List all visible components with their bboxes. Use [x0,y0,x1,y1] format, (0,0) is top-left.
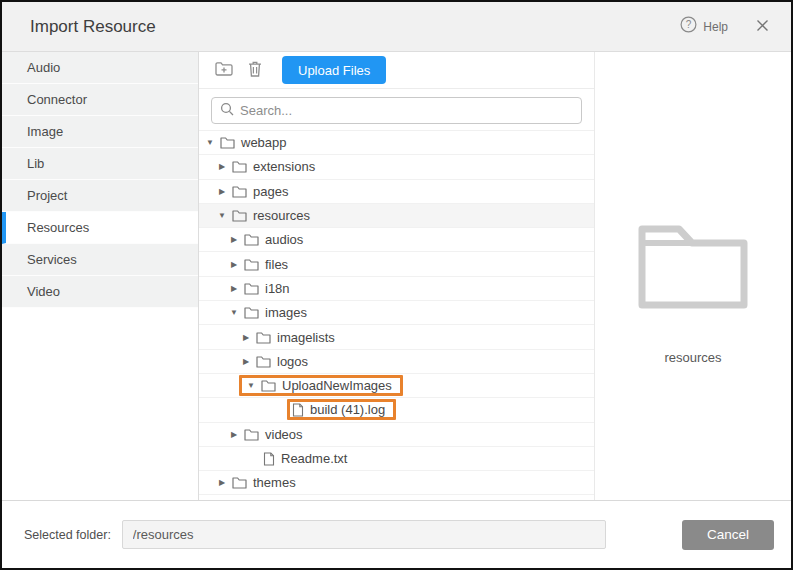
delete-icon [247,60,263,81]
sidebar-item-image[interactable]: Image [2,116,198,148]
search-icon [220,102,234,120]
folder-icon [232,160,247,173]
chevron-down-icon[interactable]: ▼ [215,211,229,220]
browser-toolbar: Upload Files [199,52,594,89]
preview-panel: resources [595,52,791,500]
search-input[interactable] [240,103,581,118]
chevron-down-icon[interactable]: ▼ [227,308,241,317]
tree-row-themes[interactable]: ▶themes [199,471,594,495]
tree-node: ▶videos [227,427,303,442]
tree-node: ▶themes [215,475,296,490]
close-button[interactable] [756,18,769,36]
dialog-footer: Selected folder: Cancel [2,500,791,568]
tree-item-label: extensions [253,159,315,174]
tree-item-label: build (41).log [310,402,385,417]
folder-icon [261,379,276,392]
svg-text:?: ? [686,19,692,30]
tree-item-label: webapp [241,135,287,150]
file-browser: Upload Files ▼webapp▶extensions▶pages▼re… [199,52,595,500]
chevron-right-icon[interactable]: ▶ [215,162,229,171]
chevron-right-icon[interactable]: ▶ [239,333,253,342]
tree-node: ▼resources [215,208,310,223]
tree-item-label: UploadNewImages [282,378,392,393]
tree-row-webapp[interactable]: ▼webapp [199,131,594,155]
sidebar-item-label: Project [27,188,67,203]
folder-icon [220,136,235,149]
tree-row-uploadnewimages[interactable]: ▼UploadNewImages [199,374,594,398]
sidebar-item-label: Image [27,124,63,139]
dialog-header: Import Resource ? Help [2,2,791,52]
tree-item-label: resources [253,208,310,223]
tree-node: ▶imagelists [239,330,335,345]
sidebar-item-video[interactable]: Video [2,276,198,308]
folder-icon [256,355,271,368]
tree-item-label: logos [277,354,308,369]
chevron-down-icon[interactable]: ▼ [244,381,258,390]
chevron-right-icon[interactable]: ▶ [227,430,241,439]
tree-row-pages[interactable]: ▶pages [199,180,594,204]
tree-row-i18n[interactable]: ▶i18n [199,277,594,301]
folder-icon [232,185,247,198]
tree-item-label: files [265,257,288,272]
tree-row-images[interactable]: ▼images [199,301,594,325]
tree-node: ▼webapp [203,135,287,150]
help-icon: ? [680,16,697,37]
tree-node: ▶extensions [215,159,315,174]
sidebar-item-connector[interactable]: Connector [2,84,198,116]
folder-icon [244,258,259,271]
category-sidebar: AudioConnectorImageLibProjectResourcesSe… [2,52,199,500]
help-button[interactable]: ? Help [680,16,728,37]
new-folder-button[interactable] [212,58,236,82]
tree-row-videos[interactable]: ▶videos [199,423,594,447]
tree-row-logos[interactable]: ▶logos [199,350,594,374]
sidebar-item-resources[interactable]: Resources [2,212,198,244]
folder-icon [244,282,259,295]
file-icon [292,403,304,417]
import-resource-dialog: Import Resource ? Help AudioConnectorIma… [0,0,793,570]
tree-node: ▼images [227,305,307,320]
tree-row-files[interactable]: ▶files [199,252,594,276]
chevron-right-icon[interactable]: ▶ [215,478,229,487]
dialog-body: AudioConnectorImageLibProjectResourcesSe… [2,52,791,500]
tree-item-label: imagelists [277,330,335,345]
tree-node: ▶pages [215,184,288,199]
tree-node: Readme.txt [263,451,347,466]
tree-node: ▶i18n [227,281,290,296]
tree-row-build-41-log[interactable]: build (41).log [199,398,594,422]
sidebar-item-services[interactable]: Services [2,244,198,276]
tree-row-extensions[interactable]: ▶extensions [199,155,594,179]
tree-row-audios[interactable]: ▶audios [199,228,594,252]
delete-button[interactable] [243,58,267,82]
header-actions: ? Help [680,16,769,37]
selected-folder-input[interactable] [122,520,606,549]
search-box [211,97,582,124]
tree-item-label: i18n [265,281,290,296]
selected-folder-label: Selected folder: [24,528,111,542]
chevron-right-icon[interactable]: ▶ [227,260,241,269]
chevron-right-icon[interactable]: ▶ [239,357,253,366]
chevron-down-icon[interactable]: ▼ [203,138,217,147]
highlight-box: ▼UploadNewImages [239,375,403,396]
upload-files-button[interactable]: Upload Files [282,56,386,84]
tree-item-label: Readme.txt [281,451,347,466]
sidebar-item-audio[interactable]: Audio [2,52,198,84]
tree-item-label: images [265,305,307,320]
dialog-title: Import Resource [30,17,156,37]
sidebar-item-project[interactable]: Project [2,180,198,212]
folder-icon [244,428,259,441]
sidebar-item-lib[interactable]: Lib [2,148,198,180]
chevron-right-icon[interactable]: ▶ [227,235,241,244]
chevron-right-icon[interactable]: ▶ [215,187,229,196]
new-folder-icon [214,60,234,80]
tree-row-imagelists[interactable]: ▶imagelists [199,325,594,349]
folder-icon [244,306,259,319]
folder-icon [232,209,247,222]
sidebar-item-label: Audio [27,60,60,75]
tree-item-label: themes [253,475,296,490]
file-icon [263,452,275,466]
tree-row-readme-txt[interactable]: Readme.txt [199,447,594,471]
tree-row-resources[interactable]: ▼resources [199,204,594,228]
cancel-button[interactable]: Cancel [682,520,774,550]
preview-label: resources [664,350,721,365]
chevron-right-icon[interactable]: ▶ [227,284,241,293]
